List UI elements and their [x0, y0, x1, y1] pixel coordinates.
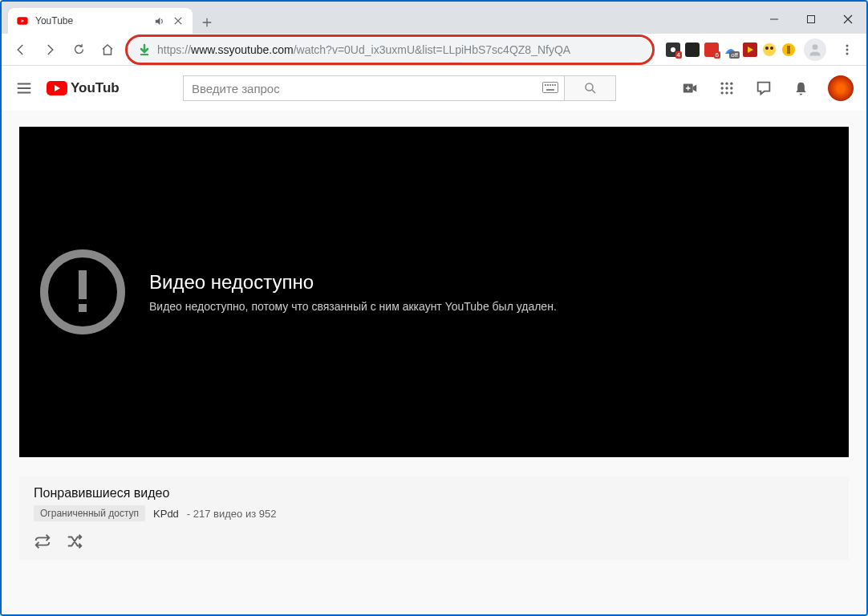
svg-rect-51 [79, 270, 87, 299]
svg-rect-1 [808, 16, 815, 23]
url-path: /watch?v=0Ud_ix3uxmU&list=LLpiHbS7sc4QZ8… [294, 43, 571, 56]
url-bar[interactable]: https://www.ssyoutube.com/watch?v=0Ud_ix… [128, 38, 651, 62]
window-close-button[interactable] [829, 6, 866, 32]
svg-point-43 [730, 83, 732, 85]
youtube-header: YouTube [2, 66, 866, 111]
svg-point-20 [813, 44, 818, 50]
playlist-meta: Ограниченный доступ KPdd - 217 видео из … [34, 505, 834, 521]
svg-point-11 [671, 47, 675, 52]
svg-point-41 [721, 83, 724, 85]
svg-line-37 [592, 90, 595, 93]
hamburger-menu-button[interactable] [14, 79, 34, 98]
youtube-header-right [680, 75, 854, 101]
notifications-button[interactable] [791, 79, 810, 98]
browser-profile-button[interactable] [804, 38, 826, 61]
extension-icon-2[interactable] [685, 43, 700, 57]
privacy-badge: Ограниченный доступ [34, 505, 145, 521]
svg-rect-31 [547, 84, 549, 86]
svg-rect-34 [554, 84, 556, 86]
nav-reload-button[interactable] [66, 37, 91, 63]
playlist-count: - 217 видео из 952 [187, 508, 277, 520]
window-controls [756, 6, 866, 32]
tab-youtube[interactable]: YouTube [8, 8, 193, 34]
youtube-favicon [16, 14, 29, 27]
extension-icon-6[interactable] [762, 43, 777, 57]
tab-audio-icon[interactable] [152, 14, 165, 27]
youtube-search [183, 75, 616, 101]
shuffle-button[interactable] [66, 533, 83, 550]
playlist-title: Понравившиеся видео [34, 486, 834, 500]
svg-rect-32 [550, 84, 551, 86]
playlist-controls [34, 533, 834, 550]
extension-icon-5[interactable] [743, 43, 757, 57]
nav-home-button[interactable] [95, 37, 120, 63]
nav-back-button[interactable] [8, 37, 34, 63]
playlist-author[interactable]: KPdd [153, 508, 179, 520]
tab-bar: YouTube [2, 2, 866, 34]
window-maximize-button[interactable] [793, 6, 829, 32]
extension-icon-7[interactable] [781, 43, 796, 57]
svg-rect-52 [79, 304, 87, 312]
svg-point-45 [725, 87, 728, 89]
url-scheme: https:// [157, 43, 191, 56]
svg-point-44 [721, 87, 724, 89]
svg-point-49 [730, 91, 732, 94]
extension-icon-3[interactable]: 6 [704, 43, 719, 57]
svg-point-15 [763, 43, 776, 56]
loop-button[interactable] [34, 533, 51, 550]
svg-point-36 [586, 83, 593, 91]
tab-close-button[interactable] [172, 14, 185, 27]
svg-point-23 [846, 52, 849, 55]
apps-button[interactable] [717, 79, 736, 98]
svg-point-16 [765, 47, 769, 50]
url-prefix: www.ss [191, 43, 229, 56]
extension-icons: 4 6 off [666, 43, 796, 57]
tab-title: YouTube [35, 15, 146, 26]
extension-badge-4: off [729, 51, 740, 59]
svg-rect-12 [685, 43, 700, 57]
url-container: https://www.ssyoutube.com/watch?v=0Ud_ix… [128, 38, 651, 62]
nav-forward-button[interactable] [37, 37, 63, 63]
extension-badge-3: 6 [714, 51, 720, 59]
svg-rect-30 [545, 84, 546, 86]
search-input[interactable] [183, 75, 565, 101]
download-arrow-icon [138, 43, 151, 56]
user-avatar[interactable] [828, 75, 854, 101]
svg-rect-29 [543, 83, 558, 93]
svg-rect-33 [552, 84, 554, 86]
new-tab-button[interactable] [196, 11, 218, 34]
window-minimize-button[interactable] [756, 6, 793, 32]
svg-point-46 [730, 87, 732, 89]
svg-text:YouTube: YouTube [71, 80, 119, 95]
error-title: Видео недоступно [149, 271, 557, 294]
error-text: Видео недоступно Видео недоступно, потом… [149, 271, 557, 313]
svg-point-42 [725, 83, 728, 85]
youtube-logo[interactable]: YouTube [47, 79, 119, 98]
url-host: youtube.com [229, 43, 293, 56]
url-text: https://www.ssyoutube.com/watch?v=0Ud_ix… [157, 43, 570, 56]
extension-icon-1[interactable]: 4 [666, 43, 680, 57]
messages-button[interactable] [754, 79, 773, 98]
extension-badge-1: 4 [675, 51, 682, 59]
content-area: Видео недоступно Видео недоступно, потом… [2, 111, 866, 614]
playlist-info: Понравившиеся видео Ограниченный доступ … [19, 476, 849, 560]
keyboard-icon[interactable] [542, 82, 558, 95]
svg-rect-19 [787, 46, 790, 54]
error-exclamation-icon [39, 248, 127, 336]
svg-point-17 [770, 47, 773, 50]
svg-point-48 [725, 91, 728, 94]
error-subtitle: Видео недоступно, потому что связанный с… [149, 300, 557, 313]
svg-point-47 [721, 91, 724, 94]
youtube-header-left: YouTube [14, 79, 119, 98]
browser-menu-button[interactable] [834, 37, 860, 63]
extension-icon-4[interactable]: off [724, 43, 738, 57]
search-button[interactable] [565, 75, 616, 101]
svg-rect-35 [546, 89, 554, 91]
svg-point-21 [846, 44, 849, 47]
browser-toolbar: https://www.ssyoutube.com/watch?v=0Ud_ix… [2, 34, 866, 66]
svg-point-22 [846, 48, 849, 51]
video-player: Видео недоступно Видео недоступно, потом… [19, 127, 849, 457]
create-video-button[interactable] [680, 79, 700, 98]
